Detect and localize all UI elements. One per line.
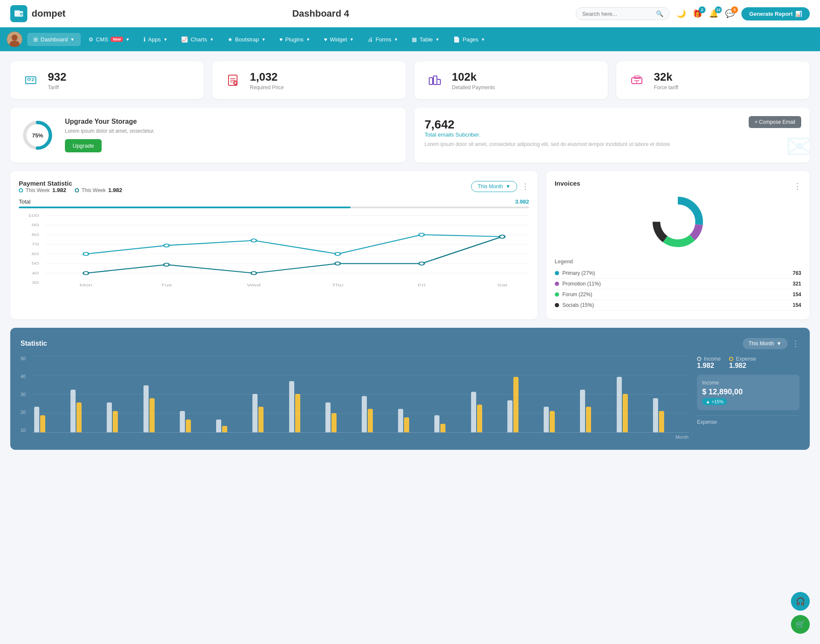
mid-row: 75% Upgrade Your Storage Lorem ipsum dol… <box>10 108 810 163</box>
svg-text:100: 100 <box>28 213 39 218</box>
search-box[interactable]: 🔍 <box>576 7 670 20</box>
statistic-right-panel: Income 1.982 Expense 1.982 Income $ 1 <box>697 356 800 440</box>
generate-report-button[interactable]: Generate Report 📊 <box>741 7 810 20</box>
stat-label-tariff: Tariff <box>48 85 66 90</box>
chat-icon[interactable]: 💬5 <box>725 9 735 18</box>
stats-row: 932 Tariff 1,032 Required Price <box>10 61 810 99</box>
svg-text:30: 30 <box>32 280 39 285</box>
this-month-button[interactable]: This Month ▼ <box>471 181 517 192</box>
bar-yellow-10 <box>368 409 373 432</box>
search-icon: 🔍 <box>656 10 663 17</box>
table-icon: ▦ <box>412 36 417 43</box>
svg-text:90: 90 <box>32 223 39 227</box>
bar-white-16 <box>580 390 585 432</box>
compose-email-button[interactable]: + Compose Email <box>749 116 801 128</box>
nav-table-label: Table <box>419 36 433 43</box>
email-background-icon: ✉ <box>785 127 810 163</box>
promotion-label-text: Promotion (11%) <box>562 281 601 287</box>
avatar <box>7 32 22 47</box>
sidebar-item-pages[interactable]: 📄 Pages ▼ <box>447 33 491 46</box>
sidebar-item-apps[interactable]: ℹ Apps ▼ <box>138 33 174 46</box>
payment-chart-title: Payment Statistic <box>19 180 122 187</box>
list-item: Primary (27%) 763 <box>555 268 801 279</box>
svg-text:Fri: Fri <box>418 283 425 288</box>
primary-dot <box>555 271 559 275</box>
navbar: ⊞ Dashboard ▼ ⚙ CMS New ▼ ℹ Apps ▼ 📈 Cha… <box>0 27 820 51</box>
statistic-section: Statistic This Month ▼ ⋮ 50 40 30 20 10 <box>10 328 810 450</box>
sidebar-item-cms[interactable]: ⚙ CMS New ▼ <box>82 33 136 46</box>
bootstrap-icon: ★ <box>228 36 233 43</box>
invoices-more-options-icon[interactable]: ⋮ <box>794 181 801 191</box>
statistic-more-options-icon[interactable]: ⋮ <box>792 339 800 348</box>
storage-donut-chart: 75% <box>20 118 55 152</box>
sidebar-item-forms[interactable]: 🖨 Forms ▼ <box>362 33 404 46</box>
svg-point-51 <box>335 252 340 255</box>
bar-white-4 <box>144 385 149 432</box>
income-expense-labels: Income 1.982 Expense 1.982 <box>697 356 800 370</box>
svg-rect-8 <box>28 79 30 80</box>
bar-group-4 <box>144 385 177 432</box>
bell-badge: 12 <box>715 6 722 13</box>
bar-group-6 <box>216 420 250 432</box>
sidebar-item-widget[interactable]: ♥ Widget ▼ <box>318 33 360 46</box>
storage-info: Upgrade Your Storage Lorem ipsum dolor s… <box>65 118 155 152</box>
sidebar-item-plugins[interactable]: ♥ Plugins ▼ <box>273 33 316 46</box>
force-tariff-icon <box>627 70 647 90</box>
svg-point-57 <box>335 262 340 265</box>
generate-report-label: Generate Report <box>749 11 793 17</box>
email-desc: Lorem ipsum dolor sit amet, consectetur … <box>425 141 800 147</box>
nav-cms-label: CMS <box>96 36 108 43</box>
income-box-label: Income <box>702 380 794 386</box>
payment-statistic-card: Payment Statistic This Week 1.982 This W… <box>10 171 538 319</box>
bar-yellow-14 <box>513 377 518 432</box>
svg-text:Sat: Sat <box>497 283 507 288</box>
forum-dot <box>555 292 559 297</box>
tariff-icon <box>20 70 41 90</box>
bar-yellow-15 <box>550 411 555 432</box>
bell-icon[interactable]: 🔔12 <box>709 9 718 18</box>
total-bar <box>19 207 529 208</box>
primary-value: 763 <box>793 270 801 276</box>
list-item: Promotion (11%) 321 <box>555 279 801 289</box>
total-row: Total 3.982 <box>19 198 529 205</box>
svg-point-48 <box>83 252 89 255</box>
promotion-dot <box>555 282 559 286</box>
statistic-this-month-button[interactable]: This Month ▼ <box>743 338 788 349</box>
charts-icon: 📈 <box>181 36 188 43</box>
bar-yellow-1 <box>40 415 45 432</box>
forum-legend-label: Forum (22%) <box>555 291 592 297</box>
apps-chevron-icon: ▼ <box>163 37 167 42</box>
nav-charts-label: Charts <box>190 36 207 43</box>
legend-label-1: This Week <box>26 187 50 193</box>
bar-yellow-7 <box>258 407 264 432</box>
svg-rect-1 <box>15 10 20 12</box>
chart-legend: This Week 1.982 This Week 1.982 <box>19 187 122 193</box>
moon-icon[interactable]: 🌙 <box>676 9 686 18</box>
income-box-value: $ 12,890,00 <box>702 388 794 396</box>
income-label-text: Income <box>704 356 720 362</box>
nav-apps-label: Apps <box>148 36 161 43</box>
nav-widget-label: Widget <box>330 36 347 43</box>
storage-desc: Lorem ipsum dolor sit amet, onsectetur. <box>65 128 155 134</box>
bar-group-17 <box>617 377 650 432</box>
line-chart-svg: 100 90 80 70 60 50 40 30 Mon Tue Wed Thu… <box>19 212 529 288</box>
charts-row: Payment Statistic This Week 1.982 This W… <box>10 171 810 319</box>
statistic-bar-chart: 50 40 30 20 10 <box>20 356 688 440</box>
sidebar-item-dashboard[interactable]: ⊞ Dashboard ▼ <box>27 33 81 46</box>
bar-white-3 <box>107 402 112 432</box>
sidebar-item-bootstrap[interactable]: ★ Bootstrap ▼ <box>222 33 272 46</box>
socials-label-text: Socials (15%) <box>562 302 594 308</box>
gift-icon[interactable]: 🎁2 <box>693 9 702 18</box>
svg-text:Wed: Wed <box>247 283 261 288</box>
statistic-title: Statistic <box>20 340 47 347</box>
bar-white-13 <box>471 392 476 432</box>
legend-item-2: This Week 1.982 <box>75 187 122 193</box>
sidebar-item-charts[interactable]: 📈 Charts ▼ <box>175 33 220 46</box>
sidebar-item-table[interactable]: ▦ Table ▼ <box>406 33 445 46</box>
more-options-icon[interactable]: ⋮ <box>521 182 529 191</box>
bar-group-13 <box>471 392 505 432</box>
svg-rect-9 <box>32 79 35 79</box>
total-bar-fill <box>19 207 351 208</box>
search-input[interactable] <box>582 11 653 17</box>
upgrade-button[interactable]: Upgrade <box>65 139 102 152</box>
